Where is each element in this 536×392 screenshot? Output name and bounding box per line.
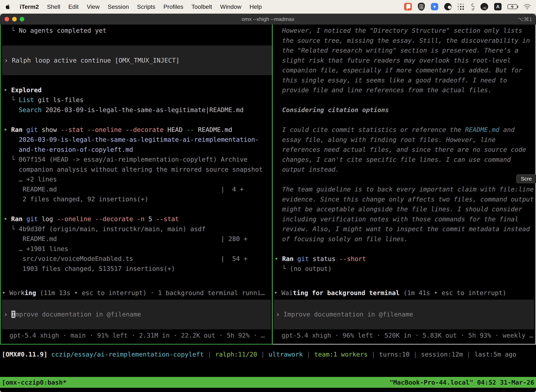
text-segment: the source tree, missing the essay. Stil… bbox=[282, 37, 530, 44]
text-segment: • bbox=[2, 289, 9, 296]
text-segment: k bbox=[21, 289, 25, 296]
terminal-line: of focusing solely on file lines. bbox=[274, 234, 535, 244]
text-segment: Ran bbox=[282, 255, 293, 262]
text-segment: references need actual files, and since … bbox=[282, 146, 526, 153]
terminal-line: 2 files changed, 92 insertions(+) bbox=[4, 194, 272, 204]
letter-a-icon[interactable]: A bbox=[494, 3, 502, 10]
text-segment: companion file, especially if more comme… bbox=[282, 67, 522, 74]
pie-chart-icon[interactable] bbox=[444, 3, 452, 10]
text-segment: | bbox=[463, 351, 474, 358]
text-segment: 067f154 (HEAD -> essay/ai-reimplementati… bbox=[19, 156, 247, 163]
text-segment: Improve documentation in @filename bbox=[283, 311, 413, 318]
battery-icon[interactable] bbox=[507, 4, 517, 9]
text-segment: -- bbox=[183, 126, 194, 133]
text-segment: --oneline --decorate -n bbox=[53, 215, 144, 223]
left-agent-pane[interactable]: └ No agents completed yet › Ralph loop a… bbox=[0, 25, 272, 345]
text-segment: team:1 workers bbox=[314, 351, 368, 358]
left-prompt-input[interactable]: › Improve documentation in @filename bbox=[2, 300, 271, 329]
terminal-line: └ List git ls-files bbox=[4, 95, 272, 105]
menubar-status-icons: ..61 A bbox=[404, 3, 531, 11]
terminal-line: evidence. Since this change only affects… bbox=[274, 194, 535, 205]
text-segment: • bbox=[4, 215, 11, 223]
minimize-button[interactable] bbox=[12, 17, 17, 21]
menu-shell[interactable]: Shell bbox=[47, 3, 60, 10]
text-segment: HEAD bbox=[163, 126, 182, 133]
menu-toolbelt[interactable]: Toolbelt bbox=[191, 3, 212, 10]
terminal-line: companion file, especially if more comme… bbox=[274, 65, 535, 75]
window-title-bar[interactable]: omx --xhigh --madmax ⌥⌘1 bbox=[0, 14, 536, 25]
terminal-area: └ No agents completed yet › Ralph loop a… bbox=[0, 25, 536, 392]
menu-profiles[interactable]: Profiles bbox=[163, 3, 183, 10]
text-segment: --stat bbox=[152, 215, 179, 223]
menu-view[interactable]: View bbox=[87, 3, 100, 10]
chat-bubble-icon[interactable] bbox=[404, 3, 412, 10]
omx-status-line: [OMX#0.11.9] cczip/essay/ai-reimplementa… bbox=[2, 349, 516, 359]
menu-help[interactable]: Help bbox=[249, 3, 262, 10]
terminal-line: output instead. bbox=[274, 165, 535, 175]
text-segment: and-the-erosion-of-copyleft.md bbox=[19, 146, 133, 153]
text-segment: changes, I can't cite specific file line… bbox=[282, 156, 511, 163]
gauge-61-icon[interactable]: ..61 bbox=[480, 3, 488, 10]
tmux-status-bar: [omx-cczip0:bash* "MacBook-Pro-44.local"… bbox=[0, 377, 536, 388]
menu-edit[interactable]: Edit bbox=[68, 3, 79, 10]
text-segment: The team guideline is to back every impo… bbox=[282, 186, 534, 193]
text-segment: last:5m ago bbox=[474, 351, 516, 358]
text-segment: review. Also, I might want to inspect th… bbox=[282, 225, 530, 233]
terminal-line: README.md | 4 + bbox=[4, 184, 272, 194]
terminal-line: src/voice/voiceModeEnabled.ts | 54 + bbox=[4, 254, 272, 264]
text-segment: | bbox=[257, 351, 268, 358]
terminal-line: README.md | 280 + bbox=[4, 234, 272, 244]
iterm2-window: omx --xhigh --madmax ⌥⌘1 └ No agents com… bbox=[0, 14, 536, 392]
right-prompt-input[interactable]: › Improve documentation in @filename bbox=[274, 300, 534, 329]
wifi-icon[interactable] bbox=[523, 4, 531, 10]
close-button[interactable] bbox=[5, 17, 9, 21]
text-segment: README.md | 4 + bbox=[23, 186, 244, 193]
menu-scripts[interactable]: Scripts bbox=[137, 3, 155, 10]
shield-icon[interactable] bbox=[418, 3, 425, 11]
apple-menu-icon[interactable] bbox=[5, 3, 12, 10]
terminal-line: slight risk that future readers may over… bbox=[274, 56, 535, 65]
terminal-line bbox=[4, 36, 272, 46]
menu-session[interactable]: Session bbox=[108, 3, 129, 10]
text-segment: src/voice/voiceModeEnabled.ts | 54 + bbox=[23, 255, 247, 262]
text-segment: slight risk that future readers may over… bbox=[282, 57, 511, 64]
text-segment: the "Related research writing" section i… bbox=[282, 47, 518, 54]
text-segment: 2 files changed, 92 insertions(+) bbox=[23, 196, 148, 203]
terminal-line: the source tree, missing the essay. Stil… bbox=[274, 36, 535, 46]
menu-iterm2[interactable]: iTerm2 bbox=[20, 3, 39, 10]
right-agent-pane[interactable]: However, I noticed the "Directory Struct… bbox=[273, 25, 536, 345]
terminal-line bbox=[4, 115, 272, 125]
right-working-status: • Waiting for background terminal (1m 41… bbox=[274, 288, 534, 298]
text-segment: ting for background terminal bbox=[293, 289, 400, 296]
terminal-line bbox=[274, 175, 535, 185]
tmux-host-clock: "MacBook-Pro-44.local" 04:52 31-Mar-26 bbox=[389, 379, 534, 386]
text-segment: › bbox=[4, 311, 11, 318]
terminal-line bbox=[4, 204, 272, 214]
text-segment: • bbox=[4, 86, 11, 93]
text-segment: mprove documentation in @filename bbox=[15, 311, 141, 318]
terminal-line: └ (no output) bbox=[274, 264, 535, 274]
text-segment: Considering citation options bbox=[282, 106, 389, 113]
text-segment: README.md bbox=[194, 126, 232, 133]
right-pane-bottom: • Waiting for background terminal (1m 41… bbox=[274, 288, 534, 344]
menu-window[interactable]: Window bbox=[220, 3, 241, 10]
window-title: omx --xhigh --madmax bbox=[242, 16, 294, 22]
text-segment: Wor bbox=[9, 289, 21, 296]
text-segment: … +2 lines bbox=[19, 176, 57, 183]
text-segment: └ bbox=[11, 156, 19, 163]
bolt-badge-icon[interactable] bbox=[431, 3, 438, 10]
text-segment: git bbox=[293, 255, 309, 262]
dots-grid-icon[interactable] bbox=[458, 4, 464, 10]
terminal-line: • Explored bbox=[4, 85, 272, 95]
text-segment: └ bbox=[11, 96, 19, 103]
tmux-session-label[interactable]: [omx-cczip0:bash* bbox=[2, 379, 67, 386]
terminal-line: › Improve documentation in @filename bbox=[4, 309, 141, 319]
zoom-button[interactable] bbox=[20, 17, 24, 21]
text-segment: (1m 41s • esc to interrupt) bbox=[400, 289, 506, 296]
terminal-line bbox=[274, 95, 535, 105]
text-segment: log bbox=[38, 215, 53, 223]
text-segment: evidence. Since this change only affects… bbox=[282, 196, 534, 203]
terminal-line: Search 2026-03-09-is-legal-the-same-as-l… bbox=[4, 105, 272, 115]
text-segment: | bbox=[368, 351, 379, 358]
squiggle-icon[interactable] bbox=[470, 3, 474, 10]
